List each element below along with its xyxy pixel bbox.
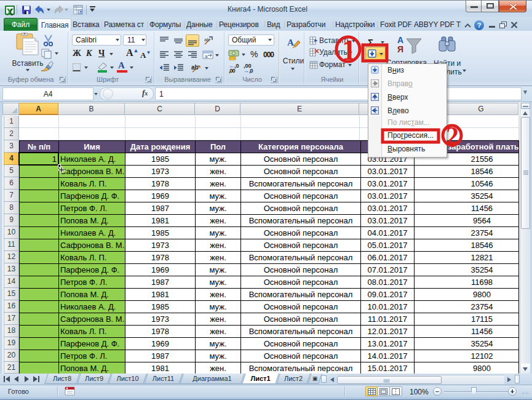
svg-text:a: a <box>205 54 208 59</box>
svg-text:A: A <box>287 38 294 47</box>
svg-text:ab: ab <box>204 37 210 42</box>
